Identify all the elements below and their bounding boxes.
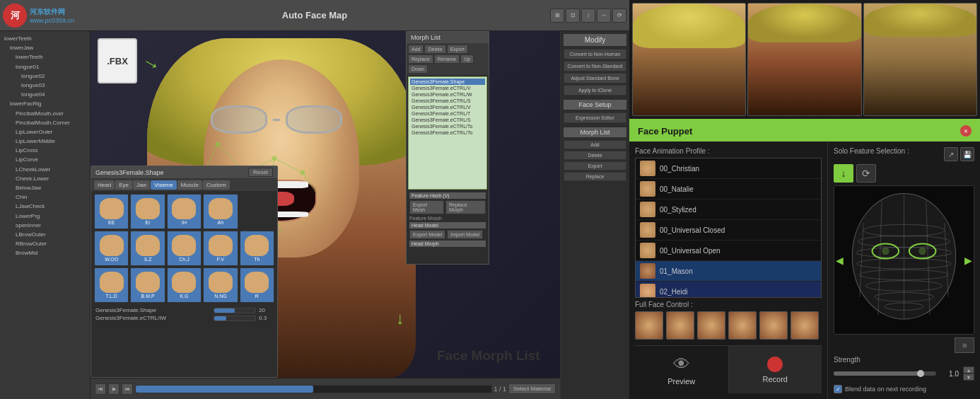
ml-export-btn[interactable]: Export xyxy=(447,45,468,54)
profile-00-universal-open[interactable]: 00_Universal Open xyxy=(636,241,821,261)
profile-00-universal-closed[interactable]: 00_Universal Closed xyxy=(636,220,821,241)
profile-02-heidi[interactable]: 02_Heidi xyxy=(636,282,821,298)
face-ctrl-5[interactable] xyxy=(759,311,788,340)
morph-cell-r[interactable]: R xyxy=(240,267,274,303)
morph-list-item-1[interactable]: Genesis3Female.Shape xyxy=(410,79,485,85)
strength-slider-thumb xyxy=(917,370,924,377)
export-mesh-btn[interactable]: Export Mesh xyxy=(409,200,444,214)
playback-skip-back[interactable]: ⏮ xyxy=(95,383,106,395)
tab-muscle[interactable]: Muscle xyxy=(177,180,202,190)
morph-cell-kg[interactable]: K.G xyxy=(167,267,202,303)
face-puppet-panel: Face Puppet × Face Animation Profile : 0… xyxy=(629,119,980,399)
face-ctrl-3[interactable] xyxy=(697,311,725,340)
morph-cell-woo[interactable]: W.OO xyxy=(94,231,129,266)
head-nav-rotate-btn[interactable]: ⟳ xyxy=(856,164,876,183)
tree-item-lowerTeeth: lowerTeeth xyxy=(3,34,87,43)
select-material-btn[interactable]: Select Material xyxy=(508,383,556,394)
tree-item-chin: Chin xyxy=(3,192,87,202)
face-ctrl-6[interactable] xyxy=(791,311,819,340)
morph-list-item-7[interactable]: Genesis3Female.eCTRL/S xyxy=(410,117,485,123)
morph-cell-nng[interactable]: N.NG xyxy=(203,267,238,303)
morph-cell-ee[interactable]: EE xyxy=(94,194,129,229)
morph-cell-sz[interactable]: S.Z xyxy=(130,231,165,266)
morph-list-item-6[interactable]: Genesis3Female.eCTRL/T xyxy=(410,110,485,117)
slider-list: Genesis3Female.Shape 20 Genesis3Female.e… xyxy=(91,306,277,324)
tool-icon-2[interactable]: ⊡ xyxy=(566,8,580,23)
morph-reset-btn[interactable]: Reset xyxy=(248,168,273,177)
morph-cell-tld[interactable]: T.L.D xyxy=(94,267,129,303)
morph-panel-header: Genesis3Female.Shape Reset xyxy=(91,166,277,179)
fbx-text: .FBX xyxy=(107,56,128,66)
modify-delete-btn[interactable]: Delete xyxy=(564,151,626,160)
ml-add-btn[interactable]: Add xyxy=(408,45,424,54)
tab-eye[interactable]: Eye xyxy=(115,180,132,190)
face-ctrl-1[interactable] xyxy=(635,311,663,340)
modify-add-btn[interactable]: Add xyxy=(564,140,626,149)
morph-cell-th[interactable]: Th xyxy=(240,231,274,266)
tool-icon-4[interactable]: ↔ xyxy=(597,8,611,23)
expression-editor-btn[interactable]: Expression Editor xyxy=(564,112,626,123)
fp-icon-save[interactable]: 💾 xyxy=(960,147,974,161)
profile-00-natalie[interactable]: 00_Natalie xyxy=(636,179,821,200)
morph-list-item-3[interactable]: Genesis3Female.eCTRL/W xyxy=(410,91,485,98)
profile-00-stylized[interactable]: 00_Stylized xyxy=(636,200,821,220)
morph-cell-chj[interactable]: Ch.J xyxy=(167,231,202,266)
modify-replace-btn[interactable]: Replace xyxy=(564,172,626,181)
ml-up-btn[interactable]: Up xyxy=(460,54,474,64)
morph-list-item-8[interactable]: Genesis3Female.eCTRL/To xyxy=(410,123,485,129)
record-button[interactable]: Record xyxy=(728,346,822,393)
grid-view-btn[interactable]: ⊞ xyxy=(955,337,974,353)
ml-replace-btn[interactable]: Replace xyxy=(408,54,433,64)
strength-down-arrow[interactable]: ▼ xyxy=(963,374,974,381)
playback-play[interactable]: ▶ xyxy=(108,383,119,395)
fp-icon-share[interactable]: ↗ xyxy=(944,147,958,161)
morph-cell-er[interactable]: Er xyxy=(130,194,165,229)
head-nav-right-arrow[interactable]: ▶ xyxy=(964,255,972,266)
blend-checkbox[interactable]: ✓ xyxy=(834,385,842,393)
tree-item-belowjaw: BelowJaw xyxy=(3,183,87,192)
morph-cell-ih[interactable]: IH xyxy=(167,194,202,229)
morph-cell-bmp[interactable]: B.M.P xyxy=(130,267,165,303)
ml-delete-btn[interactable]: Delete xyxy=(424,45,445,54)
tree-item-lbrow: LBrowOuter xyxy=(3,230,87,239)
tab-head[interactable]: Head xyxy=(94,180,115,190)
face-puppet-close-btn[interactable]: × xyxy=(960,125,972,137)
profile-00-christian[interactable]: 00_Christian xyxy=(636,158,821,179)
timeline-bar[interactable] xyxy=(135,385,492,393)
head-3d-viewport[interactable]: ◀ ▶ xyxy=(834,185,974,335)
strength-up-arrow[interactable]: ▲ xyxy=(963,366,974,374)
adjust-std-bone-btn[interactable]: Adjust Standard Bone xyxy=(564,73,626,83)
tab-viseme[interactable]: Viseme xyxy=(151,180,177,190)
playback-skip-fwd[interactable]: ⏭ xyxy=(122,383,133,395)
tool-icon-5[interactable]: ⟳ xyxy=(612,8,626,23)
apply-iclone-btn[interactable]: Apply to iClone xyxy=(564,85,626,96)
head-nav-down-btn[interactable]: ↓ xyxy=(834,164,853,183)
morph-list-item-4[interactable]: Genesis3Female.eCTRL/S xyxy=(410,98,485,104)
export-model-btn[interactable]: Export Model xyxy=(409,230,445,239)
face-ctrl-2[interactable] xyxy=(666,311,694,340)
tab-jaw[interactable]: Jaw xyxy=(133,180,150,190)
morph-list-item-9[interactable]: Genesis3Female.eCTRL/To xyxy=(410,129,485,136)
fbx-icon[interactable]: .FBX xyxy=(98,38,137,83)
ml-rename-btn[interactable]: Rename xyxy=(434,54,460,64)
morph-list-item-5[interactable]: Genesis3Female.eCTRL/V xyxy=(410,104,485,110)
import-model-btn[interactable]: Import Model xyxy=(447,230,483,239)
tab-custom[interactable]: Custom xyxy=(203,180,230,190)
replace-morph-btn[interactable]: Replace Morph xyxy=(445,200,486,214)
head-nav-left-arrow[interactable]: ◀ xyxy=(836,255,844,266)
ml-down-btn[interactable]: Down xyxy=(408,64,428,74)
strength-slider-fill xyxy=(834,371,921,376)
modify-export-btn[interactable]: Export xyxy=(564,161,626,170)
morph-list-item-2[interactable]: Genesis3Female.eCTRL/V xyxy=(410,85,485,91)
tool-icon-1[interactable]: ⊞ xyxy=(550,8,564,23)
convert-non-std-btn[interactable]: Convert to Non-Standard xyxy=(564,61,626,71)
morph-cell-fv[interactable]: F.V xyxy=(203,231,238,266)
morph-cell-ah[interactable]: Ah xyxy=(203,194,238,229)
profile-list: 00_Christian 00_Natalie 00_Stylized xyxy=(635,158,822,298)
preview-button[interactable]: 👁 Preview xyxy=(635,346,728,393)
tool-icon-3[interactable]: ↕ xyxy=(581,8,595,23)
convert-non-human-btn[interactable]: Convert to Non-Human xyxy=(564,49,626,59)
face-ctrl-4[interactable] xyxy=(728,311,757,340)
profile-01-mason[interactable]: 01_Mason xyxy=(636,261,821,282)
strength-slider[interactable] xyxy=(834,371,936,376)
